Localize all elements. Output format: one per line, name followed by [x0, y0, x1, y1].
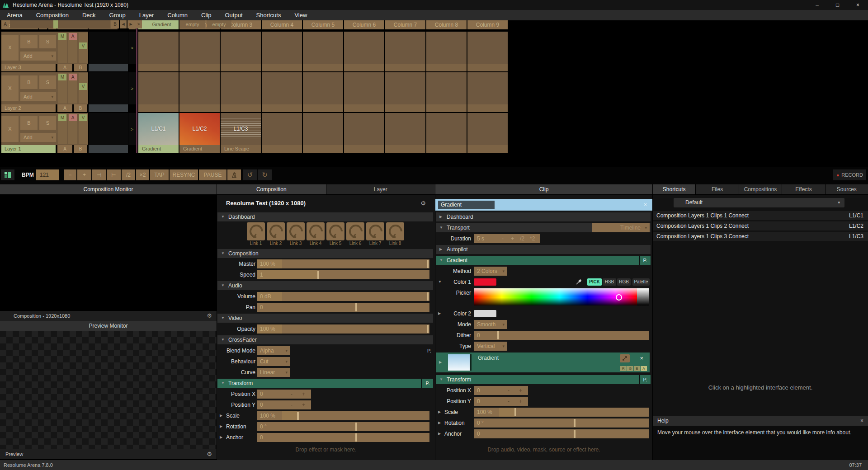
beat-nudge-left-button[interactable]: ⊣: [92, 169, 106, 180]
tab-composition-monitor[interactable]: Composition Monitor: [0, 184, 217, 194]
scale-slider[interactable]: 100 %: [257, 411, 429, 420]
column-trigger-empty-1[interactable]: empty: [180, 20, 205, 28]
redo-icon[interactable]: ↻: [258, 169, 272, 180]
picker-cursor[interactable]: [616, 294, 622, 301]
layer-bypass-button[interactable]: B: [20, 75, 38, 89]
menu-output[interactable]: Output: [218, 10, 249, 20]
clip-name-cell[interactable]: [344, 145, 384, 153]
rotation-slider[interactable]: 0 °: [474, 418, 649, 428]
clip-cell[interactable]: [138, 72, 179, 104]
clip-name-cell[interactable]: [426, 104, 467, 112]
column-header-9[interactable]: Column 9: [467, 20, 508, 29]
channel-g-button[interactable]: G: [627, 366, 633, 371]
crossfader-slider[interactable]: [10, 20, 110, 28]
layer-master-fader[interactable]: M: [58, 114, 67, 144]
layer-audio-fader[interactable]: A: [68, 73, 77, 103]
clip-name-cell[interactable]: [467, 104, 508, 112]
params-button[interactable]: P.: [427, 346, 431, 355]
layer-video-fader[interactable]: V: [79, 33, 88, 63]
layer-master-fader[interactable]: M: [58, 73, 67, 103]
volume-slider[interactable]: 0 dB: [257, 292, 429, 301]
layer-solo-button[interactable]: S: [39, 35, 56, 48]
transport-mode-dropdown[interactable]: Timeline ▾: [592, 223, 650, 232]
behaviour-dropdown[interactable]: Cut▾: [257, 357, 290, 366]
clip-name-cell[interactable]: [385, 145, 425, 153]
clip-cell[interactable]: [179, 32, 220, 64]
layer-trigger-arrow[interactable]: >: [128, 113, 136, 145]
clip-name-cell[interactable]: [221, 104, 261, 112]
clip-name-cell[interactable]: [467, 145, 508, 153]
menu-group[interactable]: Group: [103, 10, 132, 20]
beat-nudge-right-button[interactable]: ⊢: [107, 169, 121, 180]
clip-l1c2[interactable]: L1/C2: [179, 113, 220, 145]
menu-layer[interactable]: Layer: [132, 10, 161, 20]
layer-bypass-button[interactable]: B: [20, 35, 38, 48]
tab-files[interactable]: Files: [696, 184, 738, 194]
tab-shortcuts[interactable]: Shortcuts: [653, 184, 695, 194]
params-button[interactable]: P.: [421, 379, 433, 388]
section-gradient[interactable]: ▼Gradient: [436, 256, 651, 265]
link-knob[interactable]: [326, 222, 344, 240]
position-y-field[interactable]: 0-+: [474, 397, 528, 406]
position-x-field[interactable]: 0-+: [474, 386, 528, 395]
clip-cell[interactable]: [467, 32, 508, 64]
clip-cell[interactable]: [303, 32, 343, 64]
clip-name-cell[interactable]: [179, 104, 220, 112]
clip-cell[interactable]: [344, 113, 384, 145]
color-picker-spectrum[interactable]: [474, 288, 649, 306]
anchor-slider[interactable]: 0: [257, 433, 429, 442]
link-knob[interactable]: [267, 222, 285, 240]
pan-slider[interactable]: 0: [257, 303, 429, 312]
link-knob[interactable]: [386, 222, 404, 240]
shortcut-row[interactable]: Composition Layers 1 Clips 3 ConnectL1/C…: [653, 232, 868, 241]
layer-audio-fader[interactable]: A: [68, 33, 77, 63]
close-icon[interactable]: ×: [644, 199, 647, 211]
clip-name-cell[interactable]: [426, 145, 467, 153]
menu-view[interactable]: View: [288, 10, 314, 20]
clip-name-cell[interactable]: [221, 64, 261, 71]
opacity-slider[interactable]: 100 %: [257, 324, 429, 334]
clip-cell[interactable]: [426, 72, 467, 104]
clip-cell[interactable]: [344, 72, 384, 104]
layer-audio-fader[interactable]: A: [68, 114, 77, 144]
crossfader-a-button[interactable]: A: [1, 20, 9, 28]
blend-mode-dropdown[interactable]: Alpha▾: [257, 346, 290, 355]
link-knob[interactable]: [307, 222, 325, 240]
clip-name-cell[interactable]: [385, 104, 425, 112]
shortcut-row[interactable]: Composition Layers 1 Clips 1 ConnectL1/C…: [653, 211, 868, 220]
clip-cell[interactable]: [344, 32, 384, 64]
clip-name-cell[interactable]: [179, 64, 220, 71]
minimize-icon[interactable]: –: [807, 0, 827, 10]
dither-slider[interactable]: 0: [474, 331, 649, 340]
layer-blend-dropdown[interactable]: Add▾: [20, 92, 56, 101]
layer-solo-button[interactable]: S: [39, 75, 56, 89]
layer-name[interactable]: Layer 2: [1, 104, 56, 112]
source-gradient-row[interactable]: ▶ Gradient × R G B A: [436, 352, 650, 372]
color1-swatch[interactable]: [474, 278, 496, 286]
position-x-field[interactable]: 0-+: [257, 390, 311, 399]
column-header-5[interactable]: Column 5: [303, 20, 343, 29]
section-video[interactable]: ▼Video: [217, 314, 433, 323]
clip-cell[interactable]: [262, 72, 302, 104]
layer-crossfader-b-button[interactable]: B: [74, 145, 87, 153]
channel-r-button[interactable]: R: [620, 366, 627, 371]
clip-name-gradient2[interactable]: Gradient: [179, 145, 220, 153]
clip-cell[interactable]: [385, 32, 425, 64]
column-trigger-empty-2[interactable]: empty: [207, 20, 231, 28]
layer-blend-dropdown[interactable]: Add▾: [20, 133, 56, 142]
link-knob[interactable]: [287, 222, 305, 240]
clip-name-cell[interactable]: [138, 104, 179, 112]
column-header-7[interactable]: Column 7: [385, 20, 425, 29]
palette-mode-button[interactable]: Palette: [632, 278, 650, 286]
tab-composition[interactable]: Composition: [217, 184, 326, 194]
layer-crossfader-a-button[interactable]: A: [57, 145, 72, 153]
expand-button[interactable]: [620, 354, 630, 362]
close-icon[interactable]: ×: [640, 354, 643, 362]
link-knob[interactable]: [366, 222, 384, 240]
menu-column[interactable]: Column: [160, 10, 194, 20]
undo-icon[interactable]: ↺: [243, 169, 257, 180]
layer-close-button[interactable]: X: [1, 75, 19, 101]
layer-crossfader-b-button[interactable]: B: [74, 104, 87, 112]
layer-name[interactable]: Layer 1: [1, 145, 56, 153]
gear-icon[interactable]: ⚙: [207, 449, 212, 459]
